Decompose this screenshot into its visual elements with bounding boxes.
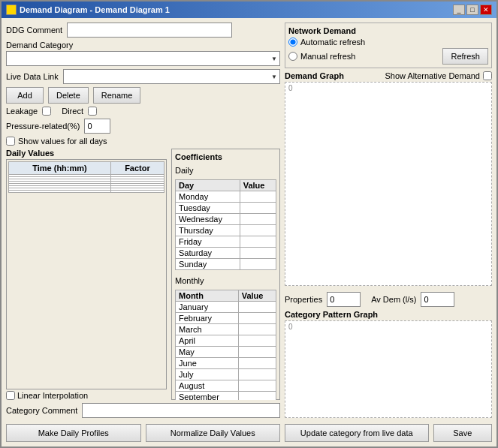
monthly-coeff-row: April [176, 335, 276, 347]
month-cell: July [176, 369, 239, 380]
demand-graph-area: 0 [285, 82, 492, 286]
right-panel: Network Demand Automatic refresh Manual … [285, 23, 492, 442]
show-all-days-label: Show values for all days [18, 137, 107, 146]
day-cell: Friday [176, 236, 240, 248]
pattern-graph-zero: 0 [288, 323, 293, 331]
title-bar-title: Demand Diagram - Demand Diagram 1 [6, 5, 170, 15]
demand-category-arrow: ▼ [271, 56, 277, 62]
category-pattern-graph-area: 0 [285, 320, 492, 418]
coefficients-title: Coefficients [175, 152, 276, 161]
month-cell: February [176, 313, 239, 324]
month-value-cell [238, 302, 276, 313]
day-value-cell [240, 248, 276, 259]
window-title: Demand Diagram - Demand Diagram 1 [20, 5, 170, 14]
maximize-button[interactable]: □ [466, 5, 478, 15]
live-data-label: Live Data Link [6, 72, 59, 81]
month-value-cell [238, 358, 276, 369]
day-value-cell [240, 236, 276, 248]
day-cell: Wednesday [176, 214, 240, 225]
month-cell: September [176, 392, 239, 401]
auto-refresh-label: Automatic refresh [300, 38, 365, 47]
refresh-button[interactable]: Refresh [442, 48, 488, 65]
network-demand-title: Network Demand [288, 26, 488, 35]
left-panel: DDG Comment Demand Category ▼ Live Data … [6, 23, 280, 442]
direct-label: Direct [62, 107, 83, 116]
live-data-combo[interactable]: ▼ [63, 69, 280, 84]
action-buttons-row: Add Delete Rename [6, 87, 280, 104]
daily-values-label: Daily Values [6, 149, 167, 158]
monthly-value-header: Value [238, 290, 276, 302]
daily-day-header: Day [176, 180, 240, 191]
ddg-comment-row: DDG Comment [6, 23, 280, 38]
daily-coeff-row: Wednesday [176, 214, 276, 225]
show-all-days-row: Show values for all days [6, 137, 280, 146]
demand-category-label: Demand Category [6, 41, 73, 50]
demand-category-combo[interactable]: ▼ [6, 51, 280, 66]
close-button[interactable]: ✕ [480, 5, 492, 15]
update-category-button[interactable]: Update category from live data [285, 424, 429, 442]
show-alt-label: Show Alternative Demand [385, 71, 480, 80]
day-value-cell [240, 191, 276, 203]
save-button[interactable]: Save [433, 424, 493, 442]
auto-refresh-radio[interactable] [288, 38, 297, 47]
month-cell: March [176, 324, 239, 335]
daily-coeff-row: Thursday [176, 225, 276, 236]
manual-refresh-row: Manual refresh Refresh [288, 48, 488, 65]
monthly-coeff-row: March [176, 324, 276, 335]
day-cell: Thursday [176, 225, 240, 236]
daily-values-box: Time (hh:mm) Factor [6, 159, 167, 389]
month-cell: April [176, 335, 239, 347]
daily-linear-interp-checkbox[interactable] [6, 391, 15, 400]
monthly-month-header: Month [176, 290, 239, 302]
minimize-button[interactable]: _ [453, 5, 465, 15]
show-alt-row: Show Alternative Demand [385, 71, 492, 80]
manual-refresh-label: Manual refresh [300, 52, 355, 61]
monthly-coeff-row: January [176, 302, 276, 313]
monthly-coeff-row: August [176, 380, 276, 392]
daily-coeff-table: Day Value MondayTuesdayWednesdayThursday… [175, 179, 276, 270]
properties-input[interactable] [327, 292, 361, 307]
demand-graph-section: Demand Graph Show Alternative Demand 0 [285, 71, 492, 286]
factor-col-header: Factor [110, 162, 164, 175]
live-data-row: Live Data Link ▼ [6, 69, 280, 84]
table-row [9, 191, 164, 193]
normalize-daily-button[interactable]: Normalize Daily Values [146, 424, 281, 442]
coefficients-section: Coefficients Daily Day Value MondayTuesd… [171, 149, 280, 400]
manual-refresh-radio[interactable] [288, 52, 297, 61]
live-data-arrow: ▼ [271, 74, 277, 80]
ddg-comment-input[interactable] [67, 23, 232, 38]
day-value-cell [240, 203, 276, 214]
day-cell: Saturday [176, 248, 240, 259]
direct-checkbox[interactable] [88, 107, 97, 116]
leakage-direct-row: Leakage Direct [6, 107, 280, 116]
auto-refresh-row: Automatic refresh [288, 38, 488, 47]
category-pattern-section: Category Pattern Graph 0 [285, 310, 492, 418]
main-content: DDG Comment Demand Category ▼ Live Data … [2, 18, 496, 446]
leakage-checkbox[interactable] [42, 107, 51, 116]
show-alt-checkbox[interactable] [483, 71, 492, 80]
day-value-cell [240, 214, 276, 225]
window-icon [6, 5, 17, 15]
month-value-cell [238, 392, 276, 401]
day-cell: Monday [176, 191, 240, 203]
add-button[interactable]: Add [6, 87, 44, 104]
category-comment-input[interactable] [82, 403, 280, 418]
monthly-coeff-row: February [176, 313, 276, 324]
delete-button[interactable]: Delete [48, 87, 89, 104]
demand-category-section: Demand Category ▼ [6, 41, 280, 66]
title-bar-controls: _ □ ✕ [453, 5, 492, 15]
pressure-input[interactable] [84, 119, 110, 134]
title-bar: Demand Diagram - Demand Diagram 1 _ □ ✕ [2, 2, 496, 18]
monthly-coeff-row: September [176, 392, 276, 401]
make-daily-profiles-button[interactable]: Make Daily Profiles [6, 424, 141, 442]
demand-graph-label: Demand Graph [285, 71, 344, 80]
show-all-days-checkbox[interactable] [6, 137, 15, 146]
month-cell: June [176, 358, 239, 369]
monthly-coeff-row: July [176, 369, 276, 380]
bottom-buttons-row: Make Daily Profiles Normalize Daily Valu… [6, 424, 280, 442]
daily-coeff-row: Monday [176, 191, 276, 203]
av-dem-input[interactable] [421, 292, 454, 307]
rename-button[interactable]: Rename [93, 87, 141, 104]
day-cell: Tuesday [176, 203, 240, 214]
monthly-coeff-table: Month Value JanuaryFebruaryMarchAprilMay… [175, 290, 276, 400]
